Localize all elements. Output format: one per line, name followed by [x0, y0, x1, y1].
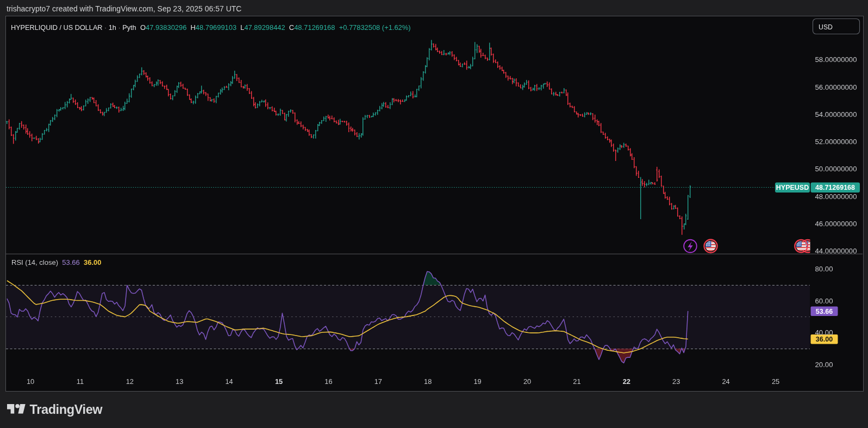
svg-text:RSI (14, close) 53.66 36.00: RSI (14, close) 53.66 36.00 [11, 258, 102, 266]
svg-text:60.00: 60.00 [815, 297, 833, 305]
svg-text:USD: USD [819, 23, 833, 31]
svg-text:TradingView: TradingView [29, 404, 103, 417]
svg-text:36.00: 36.00 [816, 336, 833, 343]
svg-text:40.00: 40.00 [815, 328, 833, 337]
svg-text:54.00000000: 54.00000000 [815, 110, 857, 119]
svg-text:15: 15 [275, 377, 283, 386]
svg-text:22: 22 [623, 377, 630, 386]
svg-text:21: 21 [573, 377, 580, 386]
svg-text:80.00: 80.00 [815, 265, 833, 273]
svg-text:12: 12 [126, 377, 134, 386]
svg-text:10: 10 [27, 377, 34, 386]
svg-text:13: 13 [176, 377, 183, 386]
svg-text:53.66: 53.66 [816, 308, 833, 315]
svg-text:20: 20 [523, 377, 531, 386]
svg-text:46.00000000: 46.00000000 [815, 220, 857, 228]
svg-text:19: 19 [473, 377, 481, 386]
svg-text:58.00000000: 58.00000000 [815, 55, 857, 64]
svg-text:23: 23 [672, 377, 680, 386]
svg-text:50.00000000: 50.00000000 [815, 165, 857, 173]
svg-text:17: 17 [374, 377, 382, 386]
svg-text:HYPEUSD: HYPEUSD [776, 184, 809, 191]
svg-text:52.00000000: 52.00000000 [815, 138, 857, 146]
svg-text:HYPERLIQUID / US DOLLAR · 1h ·: HYPERLIQUID / US DOLLAR · 1h · Pyth [11, 24, 136, 32]
svg-text:20.00: 20.00 [815, 361, 833, 369]
svg-text:25: 25 [772, 377, 779, 386]
svg-text:56.00000000: 56.00000000 [815, 83, 857, 91]
svg-text:24: 24 [722, 377, 729, 386]
svg-text:O47.93830296 H48.79699103 L4: O47.93830296 H48.79699103 L47.89298442 C… [140, 23, 411, 32]
svg-text:48.71269168: 48.71269168 [815, 184, 855, 191]
svg-text:14: 14 [225, 377, 233, 386]
svg-text:44.00000000: 44.00000000 [815, 247, 857, 255]
svg-text:11: 11 [77, 377, 84, 386]
svg-text:16: 16 [324, 377, 332, 386]
svg-text:18: 18 [424, 377, 432, 386]
svg-text:48.00000000: 48.00000000 [815, 193, 857, 201]
